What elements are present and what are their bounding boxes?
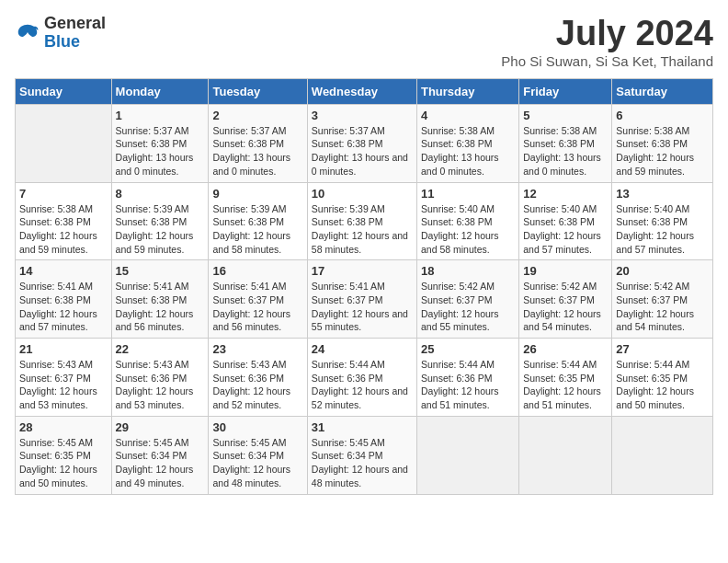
day-content: Sunrise: 5:44 AM Sunset: 6:36 PM Dayligh… [421,358,515,412]
day-content: Sunrise: 5:41 AM Sunset: 6:38 PM Dayligh… [116,280,205,334]
day-number: 22 [116,342,205,356]
day-content: Sunrise: 5:42 AM Sunset: 6:37 PM Dayligh… [616,280,709,334]
week-row-1: 1Sunrise: 5:37 AM Sunset: 6:38 PM Daylig… [16,104,713,182]
day-number: 30 [212,420,302,434]
day-content: Sunrise: 5:38 AM Sunset: 6:38 PM Dayligh… [616,124,709,178]
week-row-4: 21Sunrise: 5:43 AM Sunset: 6:37 PM Dayli… [16,339,713,417]
calendar-cell: 3Sunrise: 5:37 AM Sunset: 6:38 PM Daylig… [307,104,416,182]
header-friday: Friday [519,78,612,104]
day-number: 16 [212,264,302,278]
calendar-cell: 10Sunrise: 5:39 AM Sunset: 6:38 PM Dayli… [307,182,416,260]
day-content: Sunrise: 5:44 AM Sunset: 6:35 PM Dayligh… [616,358,709,412]
day-content: Sunrise: 5:41 AM Sunset: 6:38 PM Dayligh… [19,280,108,334]
day-number: 12 [523,187,608,201]
title-area: July 2024 Pho Si Suwan, Si Sa Ket, Thail… [501,15,713,69]
day-number: 21 [19,342,108,356]
calendar-cell: 5Sunrise: 5:38 AM Sunset: 6:38 PM Daylig… [519,104,612,182]
calendar-cell: 26Sunrise: 5:44 AM Sunset: 6:35 PM Dayli… [519,339,612,417]
calendar-cell: 7Sunrise: 5:38 AM Sunset: 6:38 PM Daylig… [16,182,112,260]
week-row-2: 7Sunrise: 5:38 AM Sunset: 6:38 PM Daylig… [16,182,713,260]
calendar-cell: 9Sunrise: 5:39 AM Sunset: 6:38 PM Daylig… [209,182,307,260]
header-thursday: Thursday [416,78,518,104]
calendar-cell: 29Sunrise: 5:45 AM Sunset: 6:34 PM Dayli… [111,416,209,494]
day-content: Sunrise: 5:45 AM Sunset: 6:34 PM Dayligh… [212,436,302,490]
day-number: 17 [312,264,413,278]
day-number: 5 [523,109,608,122]
day-content: Sunrise: 5:38 AM Sunset: 6:38 PM Dayligh… [523,124,608,178]
day-number: 13 [616,187,709,201]
subtitle: Pho Si Suwan, Si Sa Ket, Thailand [501,53,713,69]
calendar-cell: 28Sunrise: 5:45 AM Sunset: 6:35 PM Dayli… [16,416,112,494]
day-number: 1 [116,109,205,122]
day-content: Sunrise: 5:45 AM Sunset: 6:35 PM Dayligh… [19,436,108,490]
day-content: Sunrise: 5:40 AM Sunset: 6:38 PM Dayligh… [421,202,515,257]
calendar-cell: 12Sunrise: 5:40 AM Sunset: 6:38 PM Dayli… [519,182,612,260]
day-number: 2 [212,109,302,122]
day-number: 15 [116,264,205,278]
main-title: July 2024 [501,15,713,53]
calendar-cell: 13Sunrise: 5:40 AM Sunset: 6:38 PM Dayli… [612,182,713,260]
day-content: Sunrise: 5:39 AM Sunset: 6:38 PM Dayligh… [116,202,205,257]
header-tuesday: Tuesday [209,78,307,104]
header-wednesday: Wednesday [307,78,416,104]
calendar-cell [612,416,713,494]
header-monday: Monday [111,78,209,104]
day-number: 18 [421,264,515,278]
day-content: Sunrise: 5:42 AM Sunset: 6:37 PM Dayligh… [523,280,608,334]
calendar-cell: 30Sunrise: 5:45 AM Sunset: 6:34 PM Dayli… [209,416,307,494]
calendar-cell: 6Sunrise: 5:38 AM Sunset: 6:38 PM Daylig… [612,104,713,182]
day-number: 8 [116,187,205,201]
calendar-cell: 21Sunrise: 5:43 AM Sunset: 6:37 PM Dayli… [16,339,112,417]
calendar-cell [16,104,112,182]
logo: General Blue [15,15,106,52]
day-content: Sunrise: 5:38 AM Sunset: 6:38 PM Dayligh… [19,202,108,257]
day-number: 14 [19,264,108,278]
day-number: 26 [523,342,608,356]
day-content: Sunrise: 5:41 AM Sunset: 6:37 PM Dayligh… [212,280,302,334]
calendar-cell: 25Sunrise: 5:44 AM Sunset: 6:36 PM Dayli… [416,339,518,417]
calendar-cell: 20Sunrise: 5:42 AM Sunset: 6:37 PM Dayli… [612,260,713,339]
day-number: 29 [116,420,205,434]
day-number: 27 [616,342,709,356]
day-content: Sunrise: 5:37 AM Sunset: 6:38 PM Dayligh… [212,124,302,178]
day-content: Sunrise: 5:42 AM Sunset: 6:37 PM Dayligh… [421,280,515,334]
header-sunday: Sunday [16,78,112,104]
day-content: Sunrise: 5:37 AM Sunset: 6:38 PM Dayligh… [116,124,205,178]
calendar-cell [416,416,518,494]
calendar-cell: 18Sunrise: 5:42 AM Sunset: 6:37 PM Dayli… [416,260,518,339]
calendar-cell: 11Sunrise: 5:40 AM Sunset: 6:38 PM Dayli… [416,182,518,260]
day-number: 10 [312,187,413,201]
day-number: 20 [616,264,709,278]
day-content: Sunrise: 5:44 AM Sunset: 6:35 PM Dayligh… [523,358,608,412]
logo-text: General Blue [44,15,106,52]
calendar-cell: 4Sunrise: 5:38 AM Sunset: 6:38 PM Daylig… [416,104,518,182]
day-content: Sunrise: 5:45 AM Sunset: 6:34 PM Dayligh… [116,436,205,490]
header: General Blue July 2024 Pho Si Suwan, Si … [15,15,713,69]
calendar-cell: 17Sunrise: 5:41 AM Sunset: 6:37 PM Dayli… [307,260,416,339]
day-content: Sunrise: 5:38 AM Sunset: 6:38 PM Dayligh… [421,124,515,178]
calendar-cell: 2Sunrise: 5:37 AM Sunset: 6:38 PM Daylig… [209,104,307,182]
calendar-cell [519,416,612,494]
logo-bird-icon [15,20,40,46]
week-row-5: 28Sunrise: 5:45 AM Sunset: 6:35 PM Dayli… [16,416,713,494]
day-content: Sunrise: 5:45 AM Sunset: 6:34 PM Dayligh… [312,436,413,490]
calendar-cell: 22Sunrise: 5:43 AM Sunset: 6:36 PM Dayli… [111,339,209,417]
day-content: Sunrise: 5:37 AM Sunset: 6:38 PM Dayligh… [312,124,413,178]
calendar-cell: 16Sunrise: 5:41 AM Sunset: 6:37 PM Dayli… [209,260,307,339]
calendar-cell: 14Sunrise: 5:41 AM Sunset: 6:38 PM Dayli… [16,260,112,339]
calendar-cell: 8Sunrise: 5:39 AM Sunset: 6:38 PM Daylig… [111,182,209,260]
calendar-table: SundayMondayTuesdayWednesdayThursdayFrid… [15,78,713,495]
day-content: Sunrise: 5:44 AM Sunset: 6:36 PM Dayligh… [312,358,413,412]
day-number: 31 [312,420,413,434]
day-content: Sunrise: 5:40 AM Sunset: 6:38 PM Dayligh… [616,202,709,257]
header-saturday: Saturday [612,78,713,104]
day-number: 19 [523,264,608,278]
day-content: Sunrise: 5:43 AM Sunset: 6:36 PM Dayligh… [212,358,302,412]
day-number: 3 [312,109,413,122]
day-content: Sunrise: 5:43 AM Sunset: 6:36 PM Dayligh… [116,358,205,412]
day-number: 11 [421,187,515,201]
calendar-cell: 19Sunrise: 5:42 AM Sunset: 6:37 PM Dayli… [519,260,612,339]
calendar-cell: 23Sunrise: 5:43 AM Sunset: 6:36 PM Dayli… [209,339,307,417]
week-row-3: 14Sunrise: 5:41 AM Sunset: 6:38 PM Dayli… [16,260,713,339]
day-number: 4 [421,109,515,122]
